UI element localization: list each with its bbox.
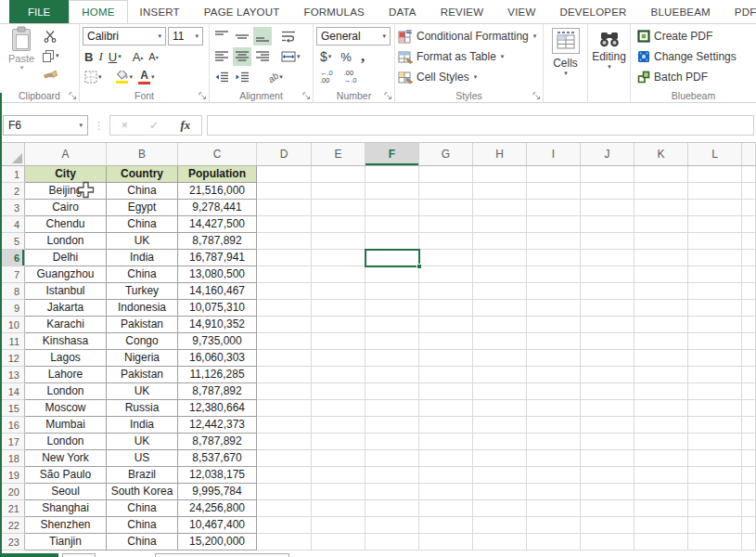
cell-J10[interactable] (581, 317, 634, 333)
cell-H17[interactable] (473, 434, 527, 450)
cell-L18[interactable] (688, 450, 742, 467)
cell-I13[interactable] (527, 367, 581, 383)
cell-F18[interactable] (365, 450, 419, 467)
column-header-K[interactable]: K (634, 143, 688, 165)
row-header-6[interactable]: 6 (0, 250, 25, 266)
cell-I15[interactable] (527, 400, 581, 417)
cancel-icon[interactable]: × (122, 119, 128, 132)
cell-G23[interactable] (419, 534, 473, 551)
cell-K17[interactable] (634, 434, 688, 450)
cell-B10[interactable]: Pakistan (107, 317, 178, 333)
cell-J1[interactable] (581, 166, 634, 183)
cell-C18[interactable]: 8,537,670 (178, 450, 257, 467)
wrap-text-button[interactable] (279, 27, 298, 45)
cell-x20[interactable] (742, 484, 756, 500)
cell-J20[interactable] (581, 484, 634, 500)
row-header-23[interactable]: 23 (0, 534, 25, 551)
cell-H14[interactable] (473, 383, 527, 400)
cell-K3[interactable] (634, 200, 688, 216)
cell-H7[interactable] (473, 266, 527, 283)
cell-L21[interactable] (688, 500, 742, 517)
cell-G9[interactable] (419, 300, 473, 317)
align-top-button[interactable] (212, 27, 231, 45)
row-header-13[interactable]: 13 (0, 367, 25, 383)
cell-A4[interactable]: Chendu (25, 216, 107, 233)
cell-L14[interactable] (688, 383, 742, 400)
cell-I18[interactable] (527, 450, 581, 467)
cell-H16[interactable] (473, 417, 527, 434)
cell-G10[interactable] (419, 317, 473, 333)
cell-L17[interactable] (688, 434, 742, 450)
cell-A8[interactable]: Istanbul (25, 283, 107, 300)
cell-F13[interactable] (365, 367, 419, 383)
copy-button[interactable]: ▾ (40, 45, 61, 65)
column-header-B[interactable]: B (107, 143, 178, 165)
cell-x21[interactable] (742, 500, 756, 517)
cells-dropdown-icon[interactable]: ▾ (564, 70, 568, 77)
cell-I16[interactable] (527, 417, 581, 434)
cell-D1[interactable] (257, 166, 312, 183)
cell-A3[interactable]: Cairo (25, 200, 107, 216)
cell-L20[interactable] (688, 484, 742, 500)
cell-D4[interactable] (257, 216, 312, 233)
cell-A14[interactable]: London (25, 383, 107, 400)
cell-G19[interactable] (419, 467, 473, 484)
column-header-D[interactable]: D (257, 143, 312, 165)
borders-dropdown-icon[interactable]: ▾ (98, 73, 102, 81)
cell-x1[interactable] (742, 166, 756, 183)
cell-F20[interactable] (365, 484, 419, 500)
cell-E16[interactable] (312, 417, 365, 434)
merge-center-dropdown-icon[interactable]: ▾ (297, 53, 301, 60)
cell-G2[interactable] (419, 183, 473, 200)
cell-F19[interactable] (365, 467, 419, 484)
cell-D17[interactable] (257, 434, 312, 450)
clipboard-dialog-launcher-icon[interactable] (69, 92, 77, 100)
cell-I14[interactable] (527, 383, 581, 400)
cell-G21[interactable] (419, 500, 473, 517)
cell-I11[interactable] (527, 333, 581, 350)
cell-C9[interactable]: 10,075,310 (178, 300, 257, 317)
bold-button[interactable]: B (83, 47, 95, 66)
cell-F8[interactable] (365, 283, 419, 300)
row-header-4[interactable]: 4 (0, 216, 25, 233)
cell-F22[interactable] (365, 517, 419, 534)
cell-H2[interactable] (473, 183, 527, 200)
cell-H20[interactable] (473, 484, 527, 500)
cell-G1[interactable] (419, 166, 473, 183)
cell-G5[interactable] (419, 233, 473, 250)
cell-E9[interactable] (312, 300, 365, 317)
row-header-15[interactable]: 15 (0, 400, 25, 417)
cell-K2[interactable] (634, 183, 688, 200)
tab-bluebeam[interactable]: BLUEBEAM (639, 0, 723, 23)
cell-H12[interactable] (473, 350, 527, 367)
formula-bar-splitter[interactable]: ⋮ (94, 120, 104, 132)
cell-B6[interactable]: India (107, 250, 178, 266)
enter-icon[interactable]: ✓ (149, 119, 159, 132)
cell-E4[interactable] (312, 216, 365, 233)
decrease-indent-button[interactable] (212, 68, 231, 86)
cell-G6[interactable] (419, 250, 473, 266)
cell-B17[interactable]: UK (107, 434, 178, 450)
cell-D8[interactable] (257, 283, 312, 300)
tab-developer[interactable]: DEVELOPER (547, 0, 638, 23)
cell-E14[interactable] (312, 383, 365, 400)
cell-H22[interactable] (473, 517, 527, 534)
cell-D15[interactable] (257, 400, 312, 417)
cell-J2[interactable] (581, 183, 634, 200)
comma-style-button[interactable]: , (359, 47, 366, 66)
cell-C20[interactable]: 9,995,784 (178, 484, 257, 500)
cell-K15[interactable] (634, 400, 688, 417)
cell-C21[interactable]: 24,256,800 (178, 500, 257, 517)
row-header-8[interactable]: 8 (0, 283, 25, 300)
cell-B3[interactable]: Egypt (107, 200, 178, 216)
column-header-C[interactable]: C (178, 143, 257, 165)
tab-home[interactable]: HOME (69, 0, 127, 24)
cell-E21[interactable] (312, 500, 365, 517)
cell-B23[interactable]: China (107, 534, 178, 551)
cell-J23[interactable] (581, 534, 634, 551)
cell-J6[interactable] (581, 250, 634, 266)
cell-D3[interactable] (257, 200, 312, 216)
cell-I7[interactable] (527, 266, 581, 283)
cell-B9[interactable]: Indonesia (107, 300, 178, 317)
row-header-10[interactable]: 10 (0, 317, 25, 333)
